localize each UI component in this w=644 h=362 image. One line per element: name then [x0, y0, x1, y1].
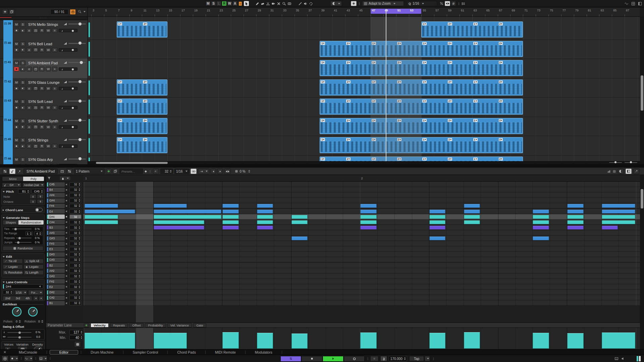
lane-speaker-icon[interactable]: [65, 247, 69, 251]
step-note[interactable]: [567, 220, 583, 224]
track-filter-button[interactable]: [78, 10, 86, 13]
grid-lane-row[interactable]: [83, 263, 640, 268]
track-mute-button[interactable]: M: [14, 138, 19, 142]
pattern-marker[interactable]: 1: [118, 100, 122, 103]
grid-lane-row[interactable]: [83, 182, 640, 187]
jumps-slider[interactable]: [15, 242, 32, 243]
stepper-arrows[interactable]: [78, 204, 80, 207]
write-automation-button[interactable]: W: [46, 28, 51, 33]
offset-slider[interactable]: [7, 337, 32, 338]
transport-right-kebab-icon[interactable]: [432, 357, 435, 360]
lane-display-button[interactable]: ≡: [52, 67, 57, 71]
track-volume-control[interactable]: [63, 119, 86, 122]
step-note[interactable]: [85, 204, 118, 208]
pattern-marker[interactable]: 1: [118, 22, 122, 25]
vertical-scroll-thumb[interactable]: [641, 75, 643, 111]
track-row[interactable]: 40MSSYN Bell LeadeRW≡: [0, 40, 88, 59]
transport-kebab3-icon[interactable]: [49, 357, 52, 360]
step-note[interactable]: [257, 226, 273, 230]
swap-lanes-button[interactable]: [224, 169, 231, 174]
euclid-pulses-knob[interactable]: [11, 306, 22, 317]
lane-display-button[interactable]: ≡: [52, 48, 57, 52]
volume-handle[interactable]: [78, 100, 82, 103]
track-color-tab[interactable]: 40: [3, 40, 13, 59]
pattern-marker[interactable]: 2: [143, 119, 147, 122]
step-note[interactable]: [154, 226, 204, 230]
output-fader[interactable]: [59, 87, 77, 90]
volume-handle[interactable]: [78, 138, 82, 141]
interval-3rd-button[interactable]: 3rd: [16, 297, 20, 300]
window-layout-icon[interactable]: [631, 2, 635, 6]
tempo-field[interactable]: 170.000: [388, 356, 407, 361]
snapshot-button[interactable]: [70, 9, 76, 15]
lane-speaker-icon[interactable]: [65, 274, 69, 278]
write-automation-button[interactable]: W: [46, 144, 51, 148]
track-volume-control[interactable]: [63, 80, 86, 83]
tie-range-max-field[interactable]: 4: [34, 231, 42, 236]
pattern-marker[interactable]: 2: [448, 42, 452, 45]
acoustic-feedback-button[interactable]: [153, 169, 159, 174]
presets-field[interactable]: Presets...: [119, 169, 143, 174]
grid-lane-row[interactable]: [83, 187, 640, 192]
pattern-resolution-select[interactable]: 1/16: [174, 169, 189, 174]
midi-clip[interactable]: 12121212: [320, 99, 523, 115]
stepper-arrows[interactable]: [41, 190, 43, 193]
velocity-bar[interactable]: [429, 333, 445, 349]
audio-activity-icon[interactable]: [621, 357, 625, 361]
feedback-tool[interactable]: [308, 1, 313, 6]
midi-record-mode-select[interactable]: [39, 356, 47, 361]
lower-zone-tab-midi-remote[interactable]: MIDI Remote: [206, 350, 245, 355]
volume-handle[interactable]: [80, 61, 83, 64]
step-note[interactable]: [222, 215, 238, 219]
track-color-tab[interactable]: 42: [3, 78, 13, 98]
step-note[interactable]: [222, 220, 238, 224]
pattern-marker[interactable]: 2: [499, 119, 503, 122]
range-select-tool[interactable]: [249, 1, 254, 6]
stepper-arrows[interactable]: [78, 194, 80, 196]
editor-ruler[interactable]: 12: [83, 175, 640, 182]
track-row[interactable]: 46MSSYN Glass ArpeRW≡: [0, 155, 88, 165]
pattern-marker[interactable]: 2: [499, 22, 503, 25]
lane-speaker-icon[interactable]: [65, 215, 69, 219]
pattern-marker[interactable]: 2: [499, 61, 503, 64]
record-enable-button[interactable]: [14, 28, 19, 33]
velocity-bar[interactable]: [85, 333, 135, 349]
voices-plus-button[interactable]: +: [5, 347, 11, 349]
pattern-marker[interactable]: 2: [499, 42, 503, 45]
pattern-marker[interactable]: 1: [118, 80, 122, 83]
track-row[interactable]: 45MSSYN StringseRW≡: [0, 136, 88, 155]
step-note[interactable]: [602, 226, 618, 230]
edit-split-all-button[interactable]: Split All: [23, 259, 44, 263]
select-tool[interactable]: [244, 1, 249, 6]
instrument-button[interactable]: [33, 125, 38, 129]
octave-up-button[interactable]: [37, 199, 44, 204]
lower-zone-tab-modulators[interactable]: Modulators: [246, 350, 282, 355]
step-note[interactable]: [360, 226, 376, 230]
add-track-button[interactable]: [2, 9, 8, 14]
pattern-marker[interactable]: 2: [346, 138, 351, 141]
pattern-marker[interactable]: 2: [448, 100, 452, 103]
lane-step-count-field[interactable]: 32: [69, 209, 82, 214]
track-mute-button[interactable]: M: [14, 61, 19, 65]
lane-label[interactable]: B3: [47, 225, 65, 230]
lane-step-count-field[interactable]: 32: [69, 231, 82, 235]
monitor-button[interactable]: [20, 67, 25, 71]
transport-kebab-icon[interactable]: [20, 357, 23, 360]
record-mode-select[interactable]: [10, 356, 18, 361]
shift-right-button[interactable]: [39, 296, 44, 301]
random-settings-icon[interactable]: [612, 170, 616, 173]
stepper-arrows[interactable]: [78, 275, 80, 278]
grid-lane-row[interactable]: [83, 230, 640, 236]
output-fader[interactable]: [59, 144, 77, 148]
track-visibility-count[interactable]: 90 / 91: [50, 9, 68, 15]
lane-label[interactable]: B4: [47, 188, 65, 192]
lane-label[interactable]: B2: [47, 263, 65, 267]
stepper-arrows[interactable]: [19, 320, 21, 323]
track-mute-button[interactable]: M: [14, 22, 19, 27]
line-tool[interactable]: [298, 1, 303, 6]
octave-down-button[interactable]: [30, 199, 36, 204]
pattern-marker[interactable]: 2: [448, 80, 452, 83]
lane-speaker-icon[interactable]: [65, 252, 69, 257]
lane-step-count-field[interactable]: 32: [69, 204, 82, 208]
step-note[interactable]: [360, 220, 376, 224]
